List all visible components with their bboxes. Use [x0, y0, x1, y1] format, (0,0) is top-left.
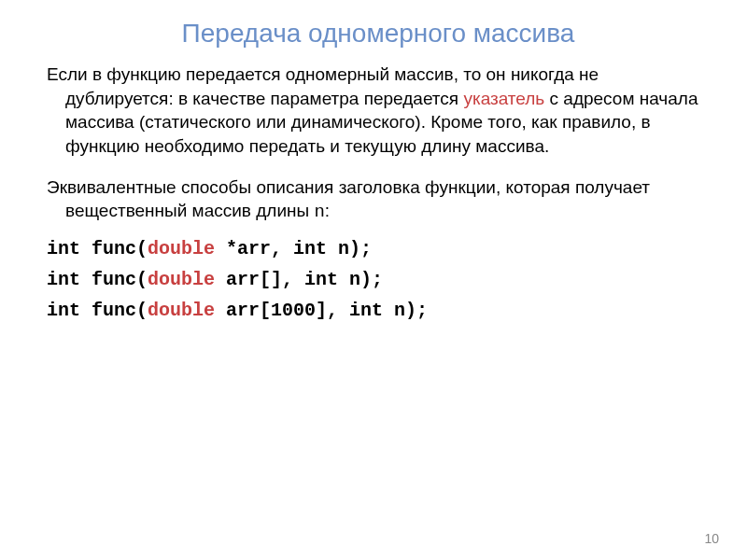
code-line-3: int func(double arr[1000], int n); [47, 300, 710, 321]
page-number: 10 [704, 531, 719, 546]
paragraph-2-text-before: Эквивалентные способы описания заголовка… [47, 177, 650, 221]
code-text: *arr, int n); [215, 238, 372, 259]
paragraph-2-text-after: : [325, 201, 330, 220]
paragraph-2-mono: n [314, 202, 324, 222]
paragraph-1: Если в функцию передается одномерный мас… [47, 63, 710, 159]
code-text: int func( [47, 300, 148, 321]
code-text: int func( [47, 269, 148, 290]
code-text: arr[1000], int n); [215, 300, 428, 321]
paragraph-2: Эквивалентные способы описания заголовка… [47, 175, 710, 225]
code-line-1: int func(double *arr, int n); [47, 238, 710, 259]
code-keyword: double [148, 238, 215, 259]
code-keyword: double [148, 269, 215, 290]
code-keyword: double [148, 300, 215, 321]
slide-title: Передача одномерного массива [47, 19, 710, 49]
code-text: int func( [47, 238, 148, 259]
code-line-2: int func(double arr[], int n); [47, 269, 710, 290]
code-text: arr[], int n); [215, 269, 383, 290]
paragraph-1-keyword: указатель [463, 89, 544, 108]
